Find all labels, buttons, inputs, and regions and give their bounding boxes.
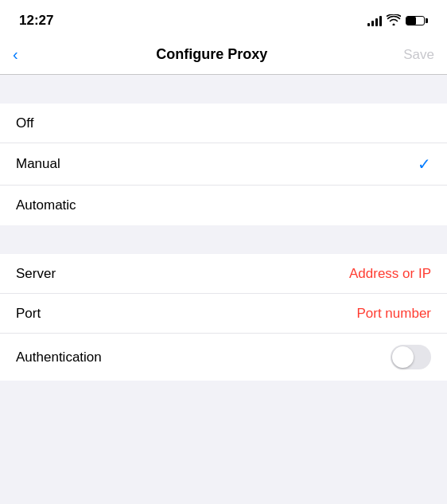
proxy-manual-label: Manual: [16, 156, 60, 172]
nav-bar: ‹ Configure Proxy Save: [0, 35, 447, 75]
page-title: Configure Proxy: [25, 46, 399, 63]
server-row[interactable]: Server Address or IP: [0, 254, 447, 294]
section-gap-top: [0, 75, 447, 104]
auth-label: Authentication: [16, 350, 102, 365]
auth-toggle[interactable]: [391, 345, 431, 369]
proxy-mode-list: Off Manual ✓ Automatic: [0, 104, 447, 225]
proxy-off-label: Off: [16, 115, 33, 131]
back-button[interactable]: ‹: [13, 42, 25, 67]
proxy-option-off[interactable]: Off: [0, 104, 447, 143]
port-row[interactable]: Port Port number: [0, 294, 447, 334]
proxy-automatic-label: Automatic: [16, 197, 76, 213]
section-gap-middle: [0, 225, 447, 254]
save-button[interactable]: Save: [399, 47, 434, 63]
toggle-knob: [392, 346, 414, 368]
proxy-option-automatic[interactable]: Automatic: [0, 186, 447, 225]
proxy-option-manual[interactable]: Manual ✓: [0, 143, 447, 186]
signal-icon: [367, 15, 382, 26]
wifi-icon: [387, 14, 401, 28]
server-placeholder[interactable]: Address or IP: [349, 266, 431, 282]
status-time: 12:27: [19, 13, 53, 29]
port-label: Port: [16, 306, 41, 322]
proxy-manual-checkmark: ✓: [418, 154, 431, 174]
status-bar: 12:27: [0, 0, 447, 35]
server-settings-list: Server Address or IP Port Port number Au…: [0, 254, 447, 381]
status-icons: [367, 14, 428, 28]
authentication-row: Authentication: [0, 334, 447, 381]
port-placeholder[interactable]: Port number: [356, 306, 431, 322]
battery-icon: [406, 16, 428, 25]
server-label: Server: [16, 266, 56, 282]
